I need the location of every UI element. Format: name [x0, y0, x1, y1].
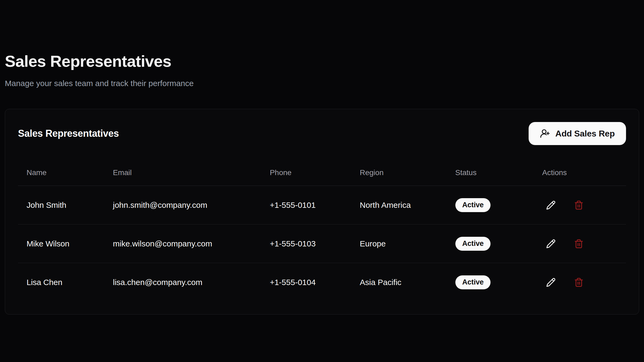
user-plus-icon: [540, 128, 550, 139]
rep-email: john.smith@company.com: [104, 186, 261, 224]
table-row: John Smith john.smith@company.com +1-555…: [18, 186, 626, 224]
page-subtitle: Manage your sales team and track their p…: [5, 78, 639, 89]
rep-actions-cell: [534, 224, 626, 263]
rep-phone: +1-555-0101: [261, 186, 351, 224]
rep-actions-cell: [534, 186, 626, 224]
column-header-email: Email: [104, 160, 261, 186]
pencil-icon: [546, 278, 556, 287]
sales-reps-card: Sales Representatives Add Sales Rep: [5, 109, 639, 315]
rep-email: mike.wilson@company.com: [104, 224, 261, 263]
trash-icon: [574, 278, 584, 287]
rep-name: John Smith: [18, 186, 104, 224]
rep-region: North America: [351, 186, 447, 224]
trash-icon: [574, 200, 584, 210]
status-badge: Active: [455, 275, 491, 289]
table-header-row: Name Email Phone Region Status Actions: [18, 160, 626, 186]
rep-phone: +1-555-0103: [261, 224, 351, 263]
rep-status-cell: Active: [447, 263, 534, 302]
rep-actions-cell: [534, 263, 626, 302]
table-row: Mike Wilson mike.wilson@company.com +1-5…: [18, 224, 626, 263]
add-sales-rep-label: Add Sales Rep: [555, 129, 615, 139]
rep-phone: +1-555-0104: [261, 263, 351, 302]
card-header: Sales Representatives Add Sales Rep: [18, 122, 626, 145]
rep-email: lisa.chen@company.com: [104, 263, 261, 302]
card-title: Sales Representatives: [18, 128, 119, 139]
page-root: Sales Representatives Manage your sales …: [0, 0, 644, 315]
add-sales-rep-button[interactable]: Add Sales Rep: [529, 122, 626, 145]
page-header: Sales Representatives Manage your sales …: [5, 0, 639, 89]
pencil-icon: [546, 239, 556, 249]
status-badge: Active: [455, 198, 491, 212]
edit-button[interactable]: [542, 274, 559, 291]
pencil-icon: [546, 200, 556, 210]
table-row: Lisa Chen lisa.chen@company.com +1-555-0…: [18, 263, 626, 302]
edit-button[interactable]: [542, 235, 559, 252]
column-header-phone: Phone: [261, 160, 351, 186]
rep-name: Mike Wilson: [18, 224, 104, 263]
status-badge: Active: [455, 237, 491, 251]
sales-reps-table: Name Email Phone Region Status Actions J…: [18, 160, 626, 301]
column-header-status: Status: [447, 160, 534, 186]
delete-button[interactable]: [570, 235, 587, 252]
edit-button[interactable]: [542, 197, 559, 214]
delete-button[interactable]: [570, 197, 587, 214]
rep-name: Lisa Chen: [18, 263, 104, 302]
column-header-region: Region: [351, 160, 447, 186]
rep-status-cell: Active: [447, 224, 534, 263]
delete-button[interactable]: [570, 274, 587, 291]
column-header-actions: Actions: [534, 160, 626, 186]
rep-region: Asia Pacific: [351, 263, 447, 302]
rep-status-cell: Active: [447, 186, 534, 224]
column-header-name: Name: [18, 160, 104, 186]
page-title: Sales Representatives: [5, 53, 639, 70]
rep-region: Europe: [351, 224, 447, 263]
trash-icon: [574, 239, 584, 249]
